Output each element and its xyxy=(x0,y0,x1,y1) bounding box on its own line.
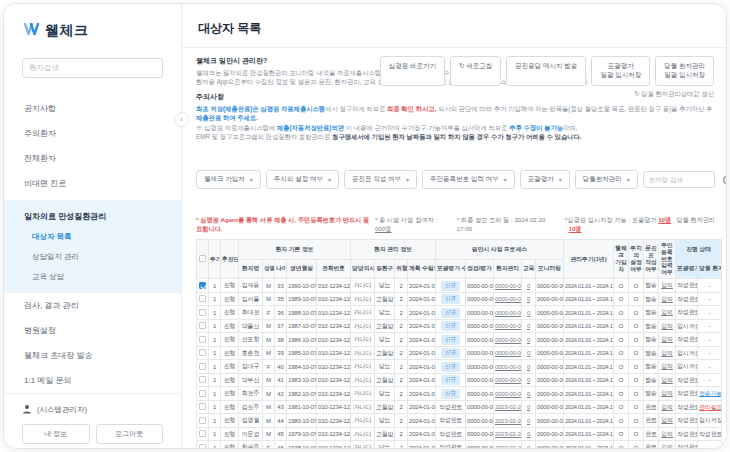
select-all-checkbox[interactable] xyxy=(199,255,206,262)
check-eval-cell: 0000-00-00 xyxy=(466,387,494,401)
user-name: (시스템관리자) xyxy=(37,405,87,415)
patient-mgmt-cell[interactable]: 0000-00-00 xyxy=(494,319,522,333)
patient-mgmt-cell[interactable]: 2023-02-20 xyxy=(494,400,522,414)
row-checkbox[interactable] xyxy=(199,336,206,343)
patient-mgmt-cell[interactable]: 0000-00-00 xyxy=(494,360,522,374)
edu-counsel-cell[interactable]: 0 xyxy=(522,400,536,414)
jumin-cell[interactable]: 입력 xyxy=(659,414,676,428)
sidebar-item[interactable]: 웰체크 초대장 발송 xyxy=(4,343,181,368)
search-icon[interactable] xyxy=(722,173,726,185)
edu-counsel-cell[interactable]: 0 xyxy=(522,319,536,333)
row-checkbox[interactable] xyxy=(199,322,206,329)
edu-counsel-cell[interactable]: 0 xyxy=(522,387,536,401)
sidebar-collapse-button[interactable]: ‹ xyxy=(174,112,189,127)
patient-mgmt-cell[interactable]: 2023-02-20 xyxy=(494,414,522,428)
filter-dropdown[interactable]: 포괄평가▾ xyxy=(520,170,570,189)
notice-segment: 에서 청구하게 되므로 xyxy=(325,105,387,112)
edu-counsel-cell[interactable]: 0 xyxy=(522,306,536,320)
sidebar-item[interactable]: 비대면 진료 xyxy=(4,171,181,196)
toolbar-button[interactable]: 문진응답 메시지 발송 xyxy=(506,56,586,86)
sidebar-subitem[interactable]: 상담일지 관리 xyxy=(4,247,181,267)
toolbar-button[interactable]: ↻ 새로고침 xyxy=(450,56,501,86)
sidebar-item[interactable]: 공지사항 xyxy=(4,96,181,121)
check-eval-cell: 0000-00-00 xyxy=(466,333,494,347)
toolbar-button[interactable]: 심평원 바로가기 xyxy=(380,56,445,86)
sidebar-item[interactable]: 주의환자 xyxy=(4,121,181,146)
patient-mgmt-cell[interactable]: 0000-00-00 xyxy=(494,333,522,347)
jumin-cell[interactable]: 입력 xyxy=(659,387,676,401)
patient-mgmt-cell[interactable]: 0000-00-00 xyxy=(494,373,522,387)
edu-counsel-cell[interactable]: 0 xyxy=(522,333,536,347)
row-checkbox[interactable] xyxy=(199,444,206,448)
sidebar-item[interactable]: 1:1 메일 문의 xyxy=(4,368,181,393)
row-checkbox[interactable] xyxy=(199,309,206,316)
filter-dropdown[interactable]: 주치의 설정 여부▾ xyxy=(266,170,339,189)
user-action-button[interactable]: 로그아웃 xyxy=(96,424,164,444)
survey-cell: 발송 xyxy=(644,279,659,293)
patient-mgmt-cell[interactable]: 2023-02-20 xyxy=(494,441,522,448)
age-cell: 46 xyxy=(275,441,287,448)
toolbar-button[interactable]: 포괄평가 일괄 임시저장 xyxy=(591,56,650,86)
row-checkbox[interactable] xyxy=(199,363,206,370)
patient-search-input[interactable] xyxy=(22,58,163,78)
sidebar-subitem[interactable]: 교육 상담 xyxy=(4,267,181,287)
plan-date-cell: 2024-01-01 xyxy=(408,279,436,293)
edu-counsel-cell[interactable]: 0 xyxy=(522,346,536,360)
jumin-cell[interactable]: 입력 xyxy=(659,333,676,347)
edu-counsel-cell[interactable]: 0 xyxy=(522,441,536,448)
jumin-cell[interactable]: 입력 xyxy=(659,373,676,387)
row-checkbox[interactable] xyxy=(199,403,206,410)
cycle-cell: 1 xyxy=(209,319,221,333)
row-checkbox[interactable] xyxy=(199,390,206,397)
row-checkbox[interactable] xyxy=(199,282,206,289)
filter-dropdown[interactable]: 웰체크 가입자▾ xyxy=(196,170,261,189)
patient-mgmt-cell[interactable]: 0000-00-00 xyxy=(494,279,522,293)
jumin-cell[interactable]: 입력 xyxy=(659,400,676,414)
jumin-cell[interactable]: 입력 xyxy=(659,346,676,360)
check-eval-cell: 0000-00-00 xyxy=(466,360,494,374)
gender-cell: M xyxy=(263,279,275,293)
jumin-cell[interactable]: 입력 xyxy=(659,279,676,293)
patient-mgmt-cell[interactable]: 0000-00-00 xyxy=(494,292,522,306)
row-checkbox[interactable] xyxy=(199,376,206,383)
jumin-cell[interactable]: 입력 xyxy=(659,306,676,320)
edu-counsel-cell[interactable]: 0 xyxy=(522,414,536,428)
row-checkbox[interactable] xyxy=(199,417,206,424)
progress-eval-cell: 작성완료 xyxy=(676,373,698,387)
jumin-cell[interactable]: 입력 xyxy=(659,427,676,441)
progress-monthly-cell[interactable]: 관리필요 xyxy=(698,400,722,414)
edu-counsel-cell[interactable]: 0 xyxy=(522,360,536,374)
edu-counsel-cell[interactable]: 0 xyxy=(522,292,536,306)
row-checkbox[interactable] xyxy=(199,349,206,356)
patient-name-search-input[interactable] xyxy=(643,171,715,188)
gender-cell: M xyxy=(263,400,275,414)
monthly-status-refresh-link[interactable]: ↻ 당월 환자관리상태값 갱신 xyxy=(634,90,714,99)
edu-counsel-cell[interactable]: 0 xyxy=(522,373,536,387)
edu-counsel-cell[interactable]: 0 xyxy=(522,279,536,293)
edu-counsel-cell[interactable]: 0 xyxy=(522,427,536,441)
sidebar-item[interactable]: 병원설정 xyxy=(4,318,181,343)
jumin-cell[interactable]: 입력 xyxy=(659,319,676,333)
sidebar-item[interactable]: 검사, 결과 관리 xyxy=(4,293,181,318)
sidebar-item[interactable]: 전체환자 xyxy=(4,146,181,171)
filter-dropdown[interactable]: 당월환자관리▾ xyxy=(575,170,638,189)
user-action-button[interactable]: 내 정보 xyxy=(22,424,90,444)
patient-mgmt-cell[interactable]: 0000-00-00 xyxy=(494,346,522,360)
sidebar-subitem[interactable]: 대상자 목록 xyxy=(4,227,181,247)
row-checkbox[interactable] xyxy=(199,295,206,302)
jumin-cell[interactable]: 입력 xyxy=(659,292,676,306)
monitoring-cell: 0000-00-00 xyxy=(536,306,564,320)
jumin-cell[interactable]: 입력 xyxy=(659,360,676,374)
progress-monthly-cell[interactable]: 전송가능 xyxy=(698,387,722,401)
column-header: 당월 환자관리 xyxy=(698,259,722,279)
patient-mgmt-cell[interactable]: 2023-02-20 xyxy=(494,427,522,441)
patient-mgmt-cell[interactable]: 0000-00-00 xyxy=(494,387,522,401)
plan-date-cell: 2024-01-01 xyxy=(408,427,436,441)
filter-dropdown[interactable]: 주민등록번호 입력 여부▾ xyxy=(422,170,515,189)
patient-mgmt-cell[interactable]: 0000-00-00 xyxy=(494,306,522,320)
age-cell: 45 xyxy=(275,427,287,441)
jumin-cell[interactable]: 입력 xyxy=(659,441,676,448)
row-checkbox[interactable] xyxy=(199,430,206,437)
filter-dropdown[interactable]: 문진표 작성 여부▾ xyxy=(344,170,417,189)
toolbar-button[interactable]: 당월 환자관리 일괄 임시저장 xyxy=(655,56,714,86)
